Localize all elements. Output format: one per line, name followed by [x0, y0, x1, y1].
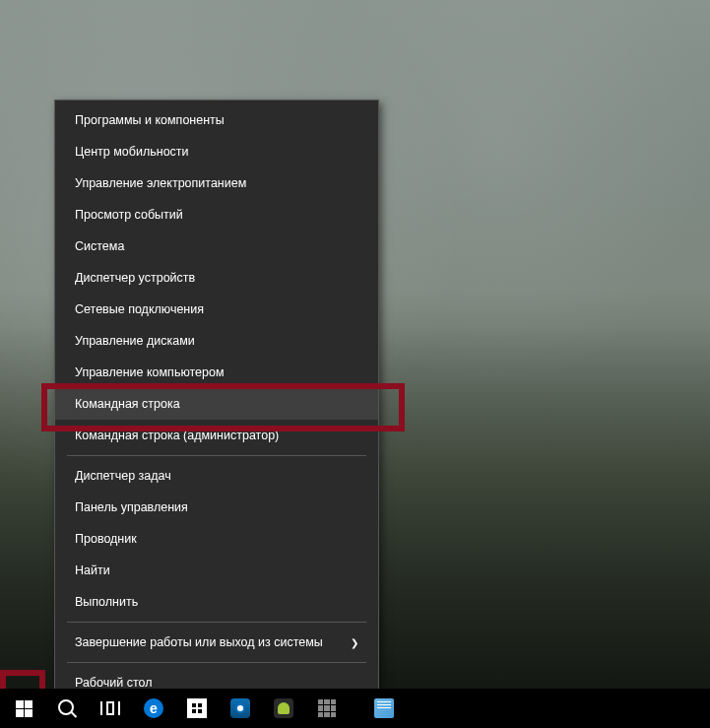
- menu-item-label: Завершение работы или выход из системы: [75, 635, 323, 649]
- app-grid-icon: [318, 699, 336, 717]
- menu-item-label: Просмотр событий: [75, 208, 183, 222]
- taskbar-app-teamviewer[interactable]: [219, 689, 262, 728]
- menu-disk-management[interactable]: Управление дисками: [55, 325, 378, 357]
- menu-item-label: Проводник: [75, 532, 137, 546]
- menu-item-label: Система: [75, 239, 124, 253]
- menu-run[interactable]: Выполнить: [55, 586, 378, 618]
- menu-task-manager[interactable]: Диспетчер задач: [55, 460, 378, 492]
- menu-item-label: Центр мобильности: [75, 145, 189, 159]
- taskbar: e: [0, 689, 710, 728]
- menu-item-label: Управление дисками: [75, 334, 195, 348]
- menu-system[interactable]: Система: [55, 231, 378, 262]
- taskbar-app-notepad[interactable]: [362, 689, 406, 728]
- menu-search[interactable]: Найти: [55, 555, 378, 586]
- taskbar-app-grid[interactable]: [305, 689, 349, 728]
- teamviewer-icon: [230, 698, 250, 718]
- menu-item-label: Выполнить: [75, 595, 138, 609]
- menu-mobility-center[interactable]: Центр мобильности: [55, 136, 378, 167]
- menu-item-label: Управление компьютером: [75, 365, 225, 379]
- menu-separator: [67, 455, 366, 456]
- menu-command-prompt[interactable]: Командная строка: [55, 388, 378, 420]
- taskbar-app-edge[interactable]: e: [132, 689, 175, 728]
- menu-file-explorer[interactable]: Проводник: [55, 523, 378, 555]
- chevron-right-icon: ❯: [351, 637, 358, 648]
- menu-item-label: Панель управления: [75, 500, 188, 514]
- menu-control-panel[interactable]: Панель управления: [55, 492, 378, 523]
- menu-item-label: Диспетчер устройств: [75, 271, 195, 285]
- menu-item-label: Диспетчер задач: [75, 469, 171, 483]
- task-view-icon: [100, 701, 120, 715]
- menu-power-options[interactable]: Управление электропитанием: [55, 167, 378, 199]
- taskbar-app-store[interactable]: [175, 689, 219, 728]
- menu-item-label: Управление электропитанием: [75, 176, 246, 190]
- menu-item-label: Программы и компоненты: [75, 113, 225, 127]
- android-icon: [274, 698, 293, 718]
- notepad-icon: [374, 698, 394, 718]
- edge-icon: e: [144, 698, 163, 718]
- menu-device-manager[interactable]: Диспетчер устройств: [55, 262, 378, 294]
- menu-event-viewer[interactable]: Просмотр событий: [55, 199, 378, 231]
- menu-shutdown-signout[interactable]: Завершение работы или выход из системы ❯: [55, 627, 378, 658]
- menu-network-connections[interactable]: Сетевые подключения: [55, 294, 378, 325]
- menu-item-label: Рабочий стол: [75, 676, 152, 690]
- start-button[interactable]: [2, 689, 45, 728]
- menu-separator: [67, 622, 366, 623]
- search-button[interactable]: [45, 689, 89, 728]
- menu-programs-and-features[interactable]: Программы и компоненты: [55, 104, 378, 136]
- taskbar-app-android[interactable]: [262, 689, 305, 728]
- menu-item-label: Сетевые подключения: [75, 302, 204, 316]
- menu-computer-management[interactable]: Управление компьютером: [55, 357, 378, 388]
- store-icon: [187, 698, 207, 718]
- menu-item-label: Командная строка (администратор): [75, 429, 279, 442]
- winx-context-menu: Программы и компоненты Центр мобильности…: [54, 99, 379, 703]
- menu-command-prompt-admin[interactable]: Командная строка (администратор): [55, 420, 378, 451]
- menu-item-label: Командная строка: [75, 397, 180, 411]
- windows-logo-icon: [16, 700, 32, 717]
- task-view-button[interactable]: [89, 689, 132, 728]
- menu-item-label: Найти: [75, 563, 110, 577]
- search-icon: [58, 699, 76, 717]
- menu-separator: [67, 662, 366, 663]
